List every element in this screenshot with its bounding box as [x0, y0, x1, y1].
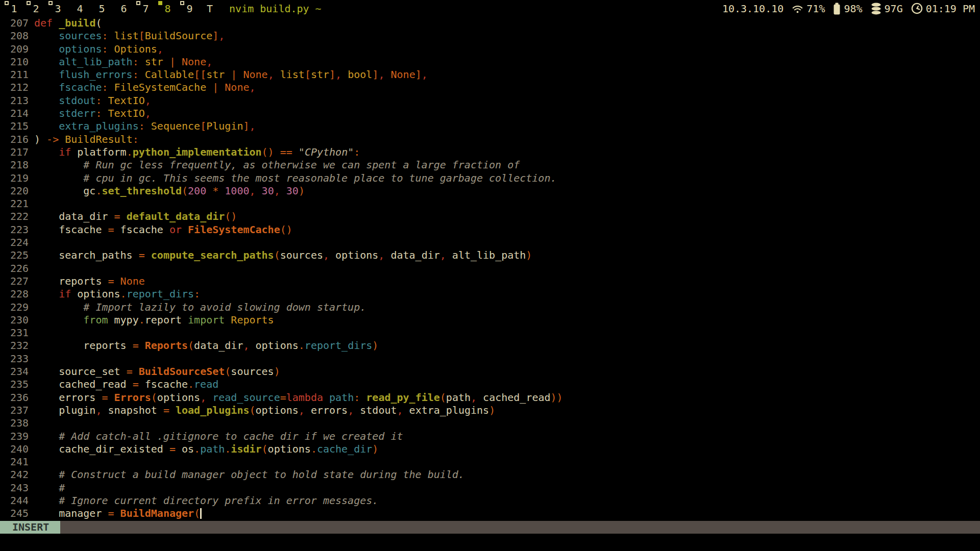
- code-line-220[interactable]: 220 gc.set_threshold(200 * 1000, 30, 30): [0, 185, 980, 197]
- line-number: 244: [9, 494, 29, 507]
- code-line-236[interactable]: 236 errors = Errors(options, read_source…: [0, 391, 980, 404]
- code-line-227[interactable]: 227 reports = None: [0, 275, 980, 288]
- workspace-tag-5[interactable]: 5: [91, 0, 113, 17]
- code-text: stderr: TextIO,: [34, 107, 151, 119]
- code-line-211[interactable]: 211 flush_errors: Callable[[str | None, …: [0, 68, 980, 81]
- code-line-235[interactable]: 235 cached_read = fscache.read: [0, 378, 980, 391]
- workspace-tag-3[interactable]: 3: [47, 0, 69, 17]
- code-line-231[interactable]: 231: [0, 327, 980, 339]
- line-number: 218: [9, 159, 29, 171]
- code-line-229[interactable]: 229 # Import lazily to avoid slowing dow…: [0, 301, 980, 314]
- code-line-233[interactable]: 233: [0, 353, 980, 365]
- line-number: 231: [9, 327, 29, 339]
- code-line-219[interactable]: 219 # cpu in gc. This seems the most rea…: [0, 172, 980, 185]
- wifi-icon: [792, 3, 803, 14]
- tag-label: 7: [142, 3, 149, 15]
- code-line-230[interactable]: 230 from mypy.report import Reports: [0, 314, 980, 327]
- code-line-228[interactable]: 228 if options.report_dirs:: [0, 288, 980, 300]
- code-line-207[interactable]: 207def _build(: [0, 17, 980, 30]
- code-line-225[interactable]: 225 search_paths = compute_search_paths(…: [0, 249, 980, 262]
- workspace-tag-1[interactable]: 1: [3, 0, 25, 17]
- workspace-tag-8[interactable]: 8: [157, 0, 179, 17]
- code-text: def _build(: [34, 17, 102, 29]
- code-line-221[interactable]: 221: [0, 197, 980, 210]
- code-line-217[interactable]: 217 if platform.python_implementation() …: [0, 146, 980, 159]
- code-line-218[interactable]: 218 # Run gc less frequently, as otherwi…: [0, 159, 980, 171]
- code-text: reports = None: [34, 275, 145, 287]
- code-text: sources: list[BuildSource],: [34, 30, 225, 42]
- code-text: alt_lib_path: str | None,: [34, 56, 212, 68]
- battery-level: 98%: [844, 3, 862, 15]
- battery-icon: [833, 3, 841, 15]
- code-line-223[interactable]: 223 fscache = fscache or FileSystemCache…: [0, 223, 980, 236]
- line-number: 207: [9, 17, 29, 30]
- code-text: extra_plugins: Sequence[Plugin],: [34, 120, 256, 132]
- tag-indicator-hollow: [48, 1, 53, 5]
- workspace-tag-9[interactable]: 9: [179, 0, 201, 17]
- tag-label: 5: [99, 3, 105, 15]
- line-number: 215: [9, 120, 29, 133]
- line-number: 219: [9, 172, 29, 185]
- mode-badge: INSERT: [0, 521, 60, 534]
- code-line-243[interactable]: 243 #: [0, 482, 980, 494]
- code-text: # cpu in gc. This seems the most reasona…: [34, 172, 557, 184]
- status-right: 10.3.10.10 71% 98%: [722, 3, 980, 15]
- line-number: 221: [9, 197, 29, 210]
- workspace-tags: 123456789: [3, 0, 201, 17]
- code-text: data_dir = default_data_dir(): [34, 210, 237, 222]
- code-text: cached_read = fscache.read: [34, 378, 218, 390]
- code-line-208[interactable]: 208 sources: list[BuildSource],: [0, 30, 980, 42]
- code-text: # Run gc less frequently, as otherwise w…: [34, 159, 520, 171]
- code-line-242[interactable]: 242 # Construct a build manager object t…: [0, 468, 980, 481]
- text-cursor: [200, 508, 202, 519]
- code-line-210[interactable]: 210 alt_lib_path: str | None,: [0, 56, 980, 68]
- line-number: 237: [9, 404, 29, 417]
- code-line-241[interactable]: 241: [0, 456, 980, 468]
- code-text: fscache: FileSystemCache | None,: [34, 81, 256, 93]
- line-number: 238: [9, 417, 29, 430]
- code-line-237[interactable]: 237 plugin, snapshot = load_plugins(opti…: [0, 404, 980, 417]
- code-line-239[interactable]: 239 # Add catch-all .gitignore to cache …: [0, 430, 980, 443]
- line-number: 214: [9, 107, 29, 120]
- code-line-226[interactable]: 226: [0, 262, 980, 275]
- tag-label: 1: [11, 3, 17, 15]
- code-text: if platform.python_implementation() == "…: [34, 146, 360, 158]
- code-text: from mypy.report import Reports: [34, 314, 274, 326]
- nvim-editor[interactable]: 207def _build(208 sources: list[BuildSou…: [0, 17, 980, 521]
- code-text: # Construct a build manager object to ho…: [34, 468, 464, 481]
- code-text: if options.report_dirs:: [34, 288, 200, 300]
- line-number: 208: [9, 30, 29, 42]
- code-line-238[interactable]: 238: [0, 417, 980, 430]
- line-number: 233: [9, 353, 29, 365]
- code-line-222[interactable]: 222 data_dir = default_data_dir(): [0, 210, 980, 223]
- disk-icon: [871, 3, 881, 15]
- tag-label: 2: [33, 3, 39, 15]
- line-number: 229: [9, 301, 29, 314]
- code-line-213[interactable]: 213 stdout: TextIO,: [0, 94, 980, 107]
- tag-indicator-hollow: [136, 1, 140, 5]
- code-line-234[interactable]: 234 source_set = BuildSourceSet(sources): [0, 365, 980, 378]
- window-title: nvim build.py ~: [229, 3, 322, 15]
- line-number: 223: [9, 223, 29, 236]
- code-line-245[interactable]: 245 manager = BuildManager(: [0, 507, 980, 520]
- line-number: 232: [9, 339, 29, 352]
- code-line-232[interactable]: 232 reports = Reports(data_dir, options.…: [0, 339, 980, 352]
- disk-free: 97G: [885, 3, 903, 15]
- workspace-tag-7[interactable]: 7: [135, 0, 157, 17]
- line-number: 222: [9, 210, 29, 223]
- line-number: 216: [9, 133, 29, 146]
- code-line-209[interactable]: 209 options: Options,: [0, 43, 980, 56]
- code-line-224[interactable]: 224: [0, 236, 980, 249]
- code-line-215[interactable]: 215 extra_plugins: Sequence[Plugin],: [0, 120, 980, 133]
- code-line-214[interactable]: 214 stderr: TextIO,: [0, 107, 980, 120]
- code-line-216[interactable]: 216) -> BuildResult:: [0, 133, 980, 146]
- code-line-240[interactable]: 240 cache_dir_existed = os.path.isdir(op…: [0, 443, 980, 456]
- workspace-tag-2[interactable]: 2: [25, 0, 47, 17]
- layout-symbol[interactable]: T: [207, 3, 213, 15]
- workspace-tag-4[interactable]: 4: [69, 0, 91, 17]
- line-number: 230: [9, 314, 29, 327]
- code-line-212[interactable]: 212 fscache: FileSystemCache | None,: [0, 81, 980, 94]
- clock-icon: [911, 3, 923, 14]
- workspace-tag-6[interactable]: 6: [113, 0, 135, 17]
- code-line-244[interactable]: 244 # Ignore current directory prefix in…: [0, 494, 980, 507]
